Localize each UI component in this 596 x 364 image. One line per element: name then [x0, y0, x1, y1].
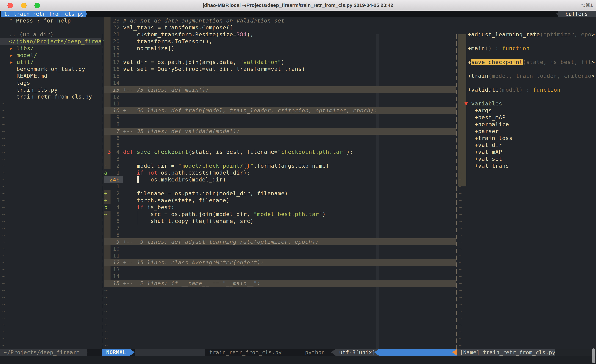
tagbar-item[interactable]: +adjust_learning_rate(optimizer, epo> [0, 31, 596, 38]
tilde-marker: ~ [459, 342, 462, 349]
powerline-arrow-icon [83, 349, 88, 356]
text-token: transforms.ToTensor(), [123, 38, 212, 44]
text-token: ~ [459, 259, 462, 266]
code-line[interactable]: 16val_set = QuerySet(root=val_dir, trans… [0, 66, 596, 73]
text-token: +args [475, 107, 492, 114]
tagbar-item[interactable]: +save_checkpoint(state, is_best, fil> [0, 59, 596, 66]
tilde-marker: ~ [459, 280, 462, 287]
tagbar-item[interactable]: +train(model, train_loader, criterio> [0, 73, 596, 79]
text-token: ~ [459, 287, 462, 293]
text-token: ~ [459, 176, 462, 183]
tilde-marker: ~ [459, 225, 462, 232]
statusline-mode: NORMAL [102, 349, 130, 356]
empty-buffer-line: ~ [0, 238, 596, 245]
line-number: 12 [113, 93, 120, 100]
editor-content: " Press ? for help.. (up a dir)</jdhao/P… [0, 17, 596, 349]
tilde-marker: ~ [459, 211, 462, 218]
text-token: (model, train_loader, criterio [488, 73, 591, 79]
tilde-marker: ~ [459, 183, 462, 190]
tagbar-item-label: +adjust_learning_rate(optimizer, epo [468, 31, 591, 38]
tilde-marker: ~ [459, 190, 462, 197]
statusline-cwd: ~/Projects/deep_firearm [0, 349, 87, 356]
airline-statusline: ~/Projects/deep_firearm NORMAL +8 ~3 -3 … [0, 349, 596, 356]
empty-buffer-line: ~ [0, 225, 596, 232]
tagbar-item[interactable]: +validate(model) : function [0, 86, 596, 93]
line-number: 22 [113, 24, 120, 31]
empty-buffer-line: ~ [0, 342, 596, 349]
text-token: +val_trans [475, 162, 509, 169]
empty-buffer-line: ~ [0, 252, 596, 259]
empty-buffer-line: ~ [0, 176, 596, 183]
tagbar-item[interactable]: +train_loss [0, 135, 596, 142]
text-token: ▼ [464, 100, 471, 107]
powerline-arrow-icon [331, 349, 335, 356]
line-number: 16 [113, 66, 120, 73]
empty-buffer-line: ~ [0, 245, 596, 252]
tilde-marker: ~ [459, 301, 462, 307]
tagbar-item[interactable]: +val_mAP [0, 148, 596, 155]
tagbar-item[interactable]: +normalize [0, 121, 596, 128]
tagbar-statusline: [Name] train_retr_from_cls.py [457, 349, 558, 356]
statusline-filetype: python [305, 349, 328, 356]
text-token: ~ [459, 273, 462, 279]
window-separator-left[interactable] [102, 34, 102, 349]
text-token: +validate [468, 87, 499, 93]
empty-buffer-line: ~ [0, 301, 596, 307]
tagbar-item[interactable]: ▼ variables [0, 100, 596, 107]
tagbar-item[interactable]: +val_set [0, 155, 596, 162]
tagbar-item[interactable]: +args [0, 107, 596, 114]
tilde-marker: ~ [459, 176, 462, 183]
tagbar-item-label: +val_set [475, 155, 502, 162]
text-token: +adjust_learning_rate [468, 31, 540, 37]
tagbar-item[interactable]: +parser [0, 128, 596, 135]
text-token: ~ [459, 190, 462, 197]
tilde-marker: ~ [459, 273, 462, 280]
line-number: 20 [113, 38, 120, 45]
line-number: 14 [113, 79, 120, 86]
empty-buffer-line: ~ [0, 197, 596, 204]
code-line[interactable]: 14 [0, 79, 596, 86]
sign-column [104, 93, 111, 100]
text-token: +train_loss [475, 135, 513, 141]
text-token: +parser [475, 128, 499, 134]
tab-arrow-separator-icon [83, 11, 88, 17]
code-line[interactable]: 20 transforms.ToTensor(), [0, 38, 596, 45]
tagbar-item[interactable]: +main() : function [0, 45, 596, 52]
tabline-buffers-label[interactable]: buffers [559, 11, 596, 17]
text-token: val_set = QuerySet(root=val_dir, transfo… [123, 66, 305, 72]
terminal-scrollbar[interactable] [592, 348, 595, 363]
code-line[interactable]: 12 [0, 93, 596, 100]
text-token: : [523, 87, 533, 93]
statusline-filename: train_retr_from_cls.py [209, 349, 282, 356]
code-line[interactable]: 23# do not do data augmentation on valid… [0, 17, 596, 24]
tilde-marker: ~ [459, 294, 462, 301]
empty-buffer-line: ~ [0, 190, 596, 197]
text-token: ~ [459, 335, 462, 342]
tagbar-item[interactable]: +val_dir [0, 142, 596, 148]
empty-buffer-line: ~ [0, 328, 596, 335]
text-token: () : [485, 45, 502, 51]
empty-buffer-line: ~ [0, 183, 596, 190]
tagbar-item[interactable]: +val_trans [0, 162, 596, 169]
code-text: val_trans = transforms.Compose([ [123, 24, 233, 31]
text-token: ~ [459, 314, 462, 321]
text-token: +normalize [475, 121, 509, 127]
sign-column [104, 52, 111, 59]
code-line[interactable]: 22val_trans = transforms.Compose([ [0, 24, 596, 31]
text-token: ~ [459, 245, 462, 252]
tab-train-retr-from-cls[interactable]: 1. train_retr_from_cls.py [1, 11, 86, 17]
text-token: ~ [459, 301, 462, 307]
empty-buffer-line: ~ [0, 204, 596, 211]
code-line[interactable]: 18 [0, 52, 596, 59]
text-token: ~ [459, 239, 462, 245]
text-token: + [468, 59, 471, 65]
tilde-marker: ~ [459, 266, 462, 273]
text-token: ~ [459, 218, 462, 224]
tagbar-item[interactable]: +best_mAP [0, 114, 596, 121]
window-separator-right[interactable] [456, 34, 457, 349]
text-token: ~ [459, 342, 462, 349]
window-shortcut-badge: ⌥⌘1 [580, 2, 593, 8]
statusline-fill [555, 349, 596, 356]
text-token: ~ [459, 169, 462, 176]
tagbar-item-label: +parser [475, 128, 499, 135]
